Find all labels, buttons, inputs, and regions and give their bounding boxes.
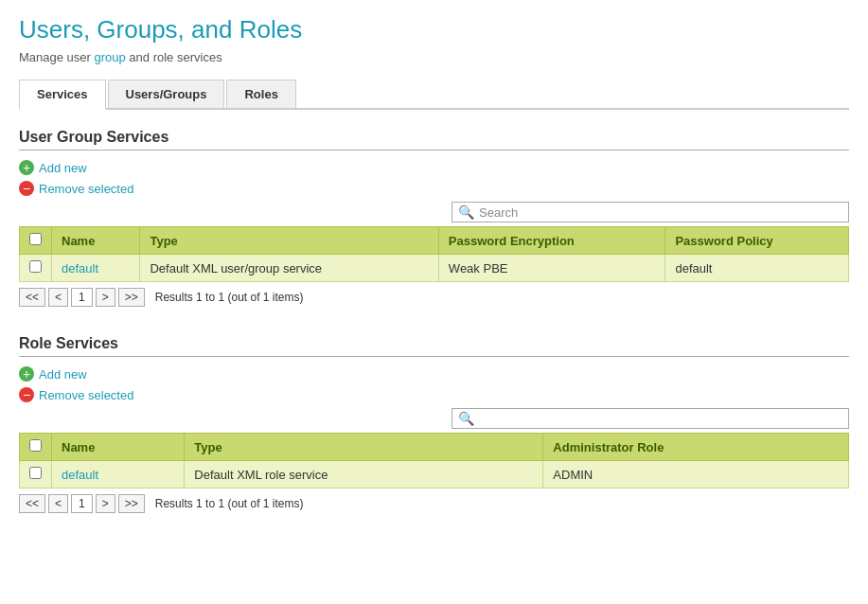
role-col-type: Type — [185, 434, 543, 461]
row-name-cell: default — [52, 461, 185, 489]
user-group-table-header-checkbox — [20, 227, 52, 255]
row-type-cell: Default XML user/group service — [140, 255, 438, 282]
role-table-header-checkbox — [20, 434, 52, 461]
row-password-policy-cell: default — [665, 255, 849, 282]
user-group-col-password-encryption: Password Encryption — [438, 227, 665, 255]
user-group-search-wrapper: 🔍 — [452, 202, 849, 222]
add-new-user-group-link[interactable]: + Add new — [19, 160, 849, 175]
tab-users-groups[interactable]: Users/Groups — [108, 80, 225, 108]
role-col-admin-role: Administrator Role — [543, 434, 849, 461]
prev-page-button[interactable]: < — [48, 288, 68, 307]
user-group-col-type: Type — [140, 227, 438, 255]
user-group-col-password-policy: Password Policy — [665, 227, 849, 255]
current-page: 1 — [71, 494, 93, 513]
first-page-button[interactable]: << — [19, 288, 45, 307]
user-group-services-section: User Group Services + Add new − Remove s… — [19, 129, 849, 307]
last-page-button[interactable]: >> — [118, 494, 145, 513]
row-name-cell: default — [52, 255, 140, 282]
tab-bar: Services Users/Groups Roles — [19, 80, 849, 110]
add-icon: + — [19, 366, 34, 382]
search-icon: 🔍 — [458, 204, 474, 220]
row-checkbox[interactable] — [29, 467, 42, 479]
row-password-encryption-cell: Weak PBE — [438, 255, 665, 282]
next-page-button[interactable]: > — [96, 288, 115, 307]
user-group-search-input[interactable] — [479, 205, 842, 220]
tab-services[interactable]: Services — [19, 80, 106, 110]
table-row: default Default XML role service ADMIN — [20, 461, 849, 489]
role-services-title: Role Services — [19, 335, 849, 357]
user-group-services-title: User Group Services — [19, 129, 849, 151]
next-page-button[interactable]: > — [96, 494, 115, 513]
tab-roles[interactable]: Roles — [226, 80, 295, 108]
page-title: Users, Groups, and Roles — [19, 15, 849, 44]
remove-icon: − — [19, 181, 34, 196]
row-name-link[interactable]: default — [62, 468, 98, 482]
role-search-wrapper: 🔍 — [452, 408, 849, 429]
select-all-role-checkbox[interactable] — [29, 439, 42, 452]
user-group-search-bar: 🔍 — [19, 202, 849, 222]
role-col-name: Name — [52, 434, 185, 461]
table-row: default Default XML user/group service W… — [20, 255, 849, 282]
row-checkbox-cell — [20, 461, 52, 489]
search-icon: 🔍 — [458, 411, 474, 426]
role-table: Name Type Administrator Role default Def… — [19, 433, 849, 489]
row-checkbox[interactable] — [29, 260, 42, 273]
remove-selected-role-link[interactable]: − Remove selected — [19, 387, 849, 402]
role-search-bar: 🔍 — [19, 408, 849, 429]
row-checkbox-cell — [20, 255, 52, 282]
user-group-table: Name Type Password Encryption Password P… — [19, 226, 849, 282]
add-icon: + — [19, 160, 34, 175]
results-text: Results 1 to 1 (out of 1 items) — [155, 497, 304, 510]
last-page-button[interactable]: >> — [118, 288, 145, 307]
row-name-link[interactable]: default — [62, 261, 98, 275]
row-type-cell: Default XML role service — [185, 461, 543, 489]
role-search-input[interactable] — [479, 412, 842, 426]
row-admin-role-cell: ADMIN — [543, 461, 849, 489]
prev-page-button[interactable]: < — [48, 494, 68, 513]
results-text: Results 1 to 1 (out of 1 items) — [155, 291, 304, 304]
remove-selected-user-group-link[interactable]: − Remove selected — [19, 181, 849, 196]
user-group-col-name: Name — [52, 227, 140, 255]
add-new-role-link[interactable]: + Add new — [19, 366, 849, 382]
role-pagination: << < 1 > >> Results 1 to 1 (out of 1 ite… — [19, 494, 849, 513]
remove-icon: − — [19, 387, 34, 402]
group-link[interactable]: group — [95, 50, 126, 64]
current-page: 1 — [71, 288, 93, 307]
select-all-user-group-checkbox[interactable] — [29, 233, 42, 245]
user-group-pagination: << < 1 > >> Results 1 to 1 (out of 1 ite… — [19, 288, 849, 307]
page-subtitle: Manage user group and role services — [19, 50, 849, 64]
role-services-section: Role Services + Add new − Remove selecte… — [19, 335, 849, 513]
first-page-button[interactable]: << — [19, 494, 45, 513]
